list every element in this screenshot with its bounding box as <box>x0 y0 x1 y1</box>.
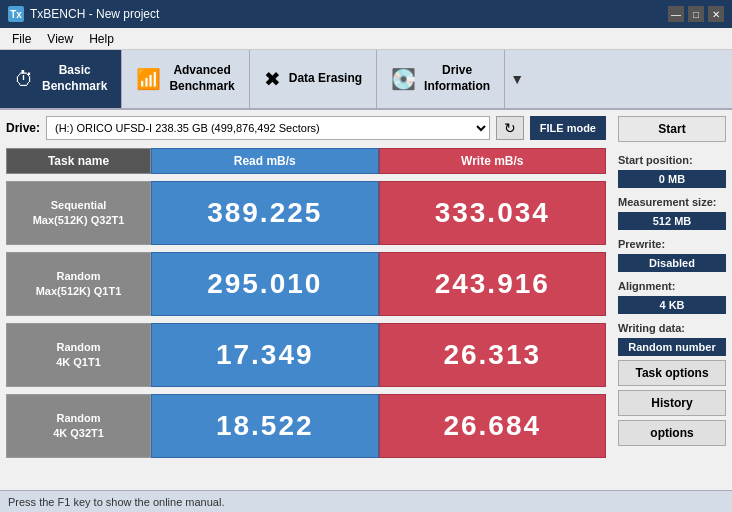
bench-name-3: Random4K Q1T1 <box>6 323 151 387</box>
bench-write-2: 243.916 <box>379 252 607 316</box>
title-bar: Tx TxBENCH - New project — □ ✕ <box>0 0 732 28</box>
menu-view[interactable]: View <box>39 30 81 48</box>
bench-write-4: 26.684 <box>379 394 607 458</box>
header-read: Read mB/s <box>151 148 379 174</box>
benchmark-header-row: Task name Read mB/s Write mB/s <box>6 148 606 174</box>
benchmark-row-2: RandomMax(512K) Q1T1 295.010 243.916 <box>6 252 606 316</box>
status-bar: Press the F1 key to show the online manu… <box>0 490 732 512</box>
tab-data-erasing[interactable]: ✖ Data Erasing <box>250 50 377 108</box>
writing-data-label: Writing data: <box>618 322 726 334</box>
benchmark-row-4: Random4K Q32T1 18.522 26.684 <box>6 394 606 458</box>
close-button[interactable]: ✕ <box>708 6 724 22</box>
bench-write-3: 26.313 <box>379 323 607 387</box>
title-bar-left: Tx TxBENCH - New project <box>8 6 159 22</box>
minimize-button[interactable]: — <box>668 6 684 22</box>
drive-information-icon: 💽 <box>391 67 416 91</box>
tab-advanced-benchmark[interactable]: 📶 AdvancedBenchmark <box>122 50 249 108</box>
advanced-benchmark-icon: 📶 <box>136 67 161 91</box>
bench-name-4: Random4K Q32T1 <box>6 394 151 458</box>
drive-select[interactable]: (H:) ORICO UFSD-I 238.35 GB (499,876,492… <box>46 116 490 140</box>
tab-basic-benchmark[interactable]: ⏱ BasicBenchmark <box>0 50 122 108</box>
drive-refresh-button[interactable]: ↻ <box>496 116 524 140</box>
basic-benchmark-icon: ⏱ <box>14 68 34 91</box>
app-title: TxBENCH - New project <box>30 7 159 21</box>
file-mode-button[interactable]: FILE mode <box>530 116 606 140</box>
bench-name-2: RandomMax(512K) Q1T1 <box>6 252 151 316</box>
menu-file[interactable]: File <box>4 30 39 48</box>
data-erasing-icon: ✖ <box>264 67 281 91</box>
tab-drive-information[interactable]: 💽 DriveInformation <box>377 50 505 108</box>
options-button[interactable]: options <box>618 420 726 446</box>
menu-help[interactable]: Help <box>81 30 122 48</box>
start-position-value: 0 MB <box>618 170 726 188</box>
toolbar-more-arrow[interactable]: ▼ <box>505 50 529 108</box>
drive-information-label: DriveInformation <box>424 63 490 94</box>
header-task-name: Task name <box>6 148 151 174</box>
start-position-label: Start position: <box>618 154 726 166</box>
advanced-benchmark-label: AdvancedBenchmark <box>169 63 234 94</box>
history-button[interactable]: History <box>618 390 726 416</box>
drive-label: Drive: <box>6 121 40 135</box>
measurement-size-label: Measurement size: <box>618 196 726 208</box>
bench-read-3: 17.349 <box>151 323 379 387</box>
measurement-size-value: 512 MB <box>618 212 726 230</box>
alignment-value: 4 KB <box>618 296 726 314</box>
main-content: Drive: (H:) ORICO UFSD-I 238.35 GB (499,… <box>0 110 732 490</box>
left-panel: Drive: (H:) ORICO UFSD-I 238.35 GB (499,… <box>0 110 612 490</box>
benchmark-row-1: SequentialMax(512K) Q32T1 389.225 333.03… <box>6 181 606 245</box>
basic-benchmark-label: BasicBenchmark <box>42 63 107 94</box>
start-button[interactable]: Start <box>618 116 726 142</box>
header-write: Write mB/s <box>379 148 607 174</box>
bench-write-1: 333.034 <box>379 181 607 245</box>
bench-read-2: 295.010 <box>151 252 379 316</box>
prewrite-label: Prewrite: <box>618 238 726 250</box>
task-options-button[interactable]: Task options <box>618 360 726 386</box>
bench-read-1: 389.225 <box>151 181 379 245</box>
benchmark-row-3: Random4K Q1T1 17.349 26.313 <box>6 323 606 387</box>
window-controls: — □ ✕ <box>668 6 724 22</box>
menu-bar: File View Help <box>0 28 732 50</box>
bench-read-4: 18.522 <box>151 394 379 458</box>
right-panel: Start Start position: 0 MB Measurement s… <box>612 110 732 490</box>
prewrite-value: Disabled <box>618 254 726 272</box>
status-text: Press the F1 key to show the online manu… <box>8 496 224 508</box>
maximize-button[interactable]: □ <box>688 6 704 22</box>
alignment-label: Alignment: <box>618 280 726 292</box>
writing-data-value: Random number <box>618 338 726 356</box>
app-icon: Tx <box>8 6 24 22</box>
bench-name-1: SequentialMax(512K) Q32T1 <box>6 181 151 245</box>
toolbar: ⏱ BasicBenchmark 📶 AdvancedBenchmark ✖ D… <box>0 50 732 110</box>
data-erasing-label: Data Erasing <box>289 71 362 87</box>
drive-bar: Drive: (H:) ORICO UFSD-I 238.35 GB (499,… <box>6 116 606 140</box>
